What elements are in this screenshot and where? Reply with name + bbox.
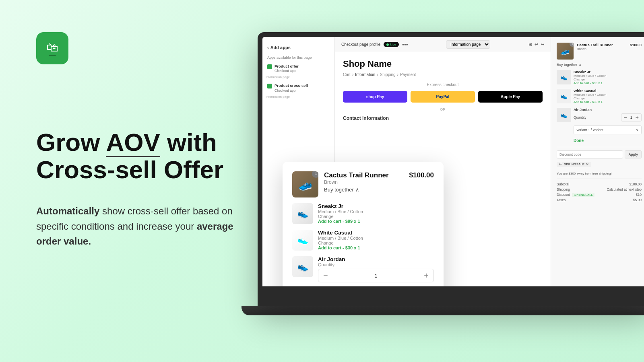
express-checkout-label: Express checkout bbox=[343, 82, 543, 87]
card-header: 1 Cactus Trail Runner Brown Buy together… bbox=[292, 171, 434, 197]
order-qty-plus[interactable]: + bbox=[636, 115, 639, 120]
card-buy-together: Buy together ∧ bbox=[324, 187, 404, 193]
coupon-remove-icon[interactable]: ✕ bbox=[586, 162, 589, 166]
sidebar-item-product-offer[interactable]: Product offer Checkout app bbox=[262, 62, 334, 75]
checkout-topbar: Checkout page profile Live ••• Informati… bbox=[335, 37, 551, 52]
shipping-label: Shipping bbox=[557, 187, 570, 191]
topbar-dots[interactable]: ••• bbox=[402, 41, 408, 48]
topbar-right: ⊞ ↩ ↪ bbox=[528, 42, 544, 47]
card-cross-info-3: Air Jordan Quantity − 1 + Variant bbox=[318, 256, 434, 286]
order-qty-value: 1 bbox=[630, 115, 632, 119]
order-cross-item-1: Sneakz Jr Medium / Blue / Cotton Change … bbox=[557, 70, 642, 85]
order-done-btn[interactable]: Done bbox=[574, 138, 642, 143]
card-cross-name-1: Sneakz Jr bbox=[318, 203, 434, 209]
shopify-pay-btn[interactable]: shop Pay bbox=[343, 91, 407, 103]
card-qty-label: Quantity bbox=[318, 262, 434, 267]
sidebar-item-name-2: Product cross-sell bbox=[275, 83, 308, 88]
card-cross-img-sneakz bbox=[292, 203, 313, 224]
sidebar-item-text-2: Product cross-sell Checkout app bbox=[275, 83, 308, 93]
breadcrumb-information[interactable]: Information bbox=[355, 72, 375, 77]
sidebar-item-text-1: Product offer Checkout app bbox=[275, 64, 299, 73]
card-price: $100.00 bbox=[409, 171, 434, 179]
discount-row: Apply bbox=[557, 150, 642, 158]
order-divider-2 bbox=[557, 179, 642, 179]
taxes-value: $5.00 bbox=[633, 198, 642, 202]
apple-pay-btn[interactable]: Apple Pay bbox=[478, 91, 543, 103]
buy-together-text: Buy together bbox=[557, 63, 577, 67]
sidebar-item-sub-1: Checkout app bbox=[275, 69, 299, 73]
order-cross-item-2: White Casual Medium / Blue / Cotton Chan… bbox=[557, 89, 642, 104]
laptop-screen: ‹ Add apps Apps available for this page … bbox=[262, 37, 644, 286]
order-variant-select[interactable]: Variant 1 / Variant... ∨ bbox=[574, 125, 642, 134]
card-cross-img-jordan bbox=[292, 256, 313, 277]
discount-badge: SPRINGSALE bbox=[572, 193, 594, 197]
card-cross-change-1[interactable]: Change bbox=[318, 214, 434, 219]
logo-container: 🛍 bbox=[36, 32, 250, 64]
highlight-aov: AOV bbox=[106, 128, 160, 157]
taxes-label: Taxes bbox=[557, 198, 566, 202]
sidebar-item-page-2: Information page bbox=[262, 95, 334, 99]
card-product-name: Cactus Trail Runner bbox=[324, 171, 404, 179]
logo-decoration bbox=[49, 55, 56, 56]
breadcrumb: Cart › Information › Shipping › Payment bbox=[343, 72, 543, 77]
live-label: Live bbox=[390, 43, 396, 46]
laptop-outer: ‹ Add apps Apps available for this page … bbox=[258, 32, 644, 306]
order-cross-add-1[interactable]: Add to cart - $99 x 1 bbox=[574, 81, 642, 85]
order-cross-change-1[interactable]: Change bbox=[574, 78, 642, 81]
card-cross-item-2: White Casual Medium / Blue / Cotton Chan… bbox=[292, 230, 434, 251]
toolbar-icon-2[interactable]: ↩ bbox=[535, 42, 538, 47]
order-qty-minus[interactable]: − bbox=[624, 115, 627, 120]
sidebar-item-group-1: Product offer Checkout app Information p… bbox=[262, 62, 334, 79]
order-cross-info-3: Air Jordan Quantity − 1 + Variant 1 bbox=[574, 108, 642, 143]
card-badge: 1 bbox=[312, 171, 318, 178]
chevron-up-icon: ∧ bbox=[579, 63, 582, 67]
order-cross-variant-2: Medium / Blue / Cotton bbox=[574, 93, 642, 97]
order-variant-chevron: ∨ bbox=[636, 128, 639, 132]
coupon-code: SPRINGSALE bbox=[564, 162, 584, 166]
card-chevron-up: ∧ bbox=[355, 187, 359, 193]
order-cross-add-2[interactable]: Add to cart - $30 x 1 bbox=[574, 100, 642, 104]
order-qty-row: Quantity − 1 + bbox=[574, 112, 642, 123]
card-product-variant: Brown bbox=[324, 179, 404, 185]
taxes-row: Taxes $5.00 bbox=[557, 198, 642, 202]
paypal-btn[interactable]: PayPal bbox=[411, 91, 475, 103]
express-buttons: shop Pay PayPal Apple Pay bbox=[343, 91, 543, 103]
breadcrumb-cart[interactable]: Cart bbox=[343, 72, 351, 77]
breadcrumb-shipping[interactable]: Shipping bbox=[380, 72, 396, 77]
order-summary-panel: 1 Cactus Trail Runner Brown $100.0 Buy t… bbox=[551, 37, 644, 286]
card-cross-info-2: White Casual Medium / Blue / Cotton Chan… bbox=[318, 230, 434, 250]
discount-summary-row: Discount SPRINGSALE -$10 bbox=[557, 193, 642, 197]
card-buy-together-label: Buy together bbox=[324, 187, 354, 193]
toolbar-icon-1[interactable]: ⊞ bbox=[528, 42, 532, 47]
order-cross-change-2[interactable]: Change bbox=[574, 97, 642, 100]
product-offer-icon bbox=[267, 64, 272, 69]
order-cross-info-2: White Casual Medium / Blue / Cotton Chan… bbox=[574, 89, 642, 104]
discount-label-text: Discount bbox=[557, 193, 570, 197]
contact-info-label: Contact information bbox=[343, 115, 543, 121]
order-main-item: 1 Cactus Trail Runner Brown $100.0 bbox=[557, 43, 642, 60]
card-cross-add-1[interactable]: Add to cart - $99 x 1 bbox=[318, 219, 434, 224]
topbar-center: Information page bbox=[446, 40, 490, 49]
card-cross-info-1: Sneakz Jr Medium / Blue / Cotton Change … bbox=[318, 203, 434, 224]
card-qty-section: Quantity − 1 + bbox=[318, 262, 434, 282]
sidebar-item-name-1: Product offer bbox=[275, 64, 299, 69]
apply-btn[interactable]: Apply bbox=[625, 150, 642, 158]
coupon-tag: 🏷 SPRINGSALE ✕ bbox=[557, 162, 591, 167]
sidebar-item-cross-sell[interactable]: Product cross-sell Checkout app bbox=[262, 81, 334, 95]
breadcrumb-payment[interactable]: Payment bbox=[400, 72, 416, 77]
order-qty-label: Quantity bbox=[574, 115, 586, 119]
sidebar-section-title: Apps available for this page bbox=[262, 53, 334, 62]
card-cross-add-2[interactable]: Add to cart - $30 x 1 bbox=[318, 245, 434, 250]
page-select[interactable]: Information page bbox=[446, 40, 490, 49]
apple-pay-label: Apple Pay bbox=[501, 95, 520, 99]
card-cross-name-2: White Casual bbox=[318, 230, 434, 236]
card-qty-minus[interactable]: − bbox=[323, 272, 328, 280]
description-bold: Automatically bbox=[36, 206, 99, 216]
card-cross-change-2[interactable]: Change bbox=[318, 241, 434, 245]
sidebar-back-btn[interactable]: ‹ Add apps bbox=[262, 42, 334, 53]
free-shipping-notice: You are $300 away from free shipping! bbox=[557, 172, 642, 175]
card-qty-plus[interactable]: + bbox=[424, 272, 429, 280]
toolbar-icon-3[interactable]: ↪ bbox=[541, 42, 544, 47]
back-arrow: ‹ bbox=[267, 45, 269, 50]
discount-input[interactable] bbox=[557, 150, 623, 158]
